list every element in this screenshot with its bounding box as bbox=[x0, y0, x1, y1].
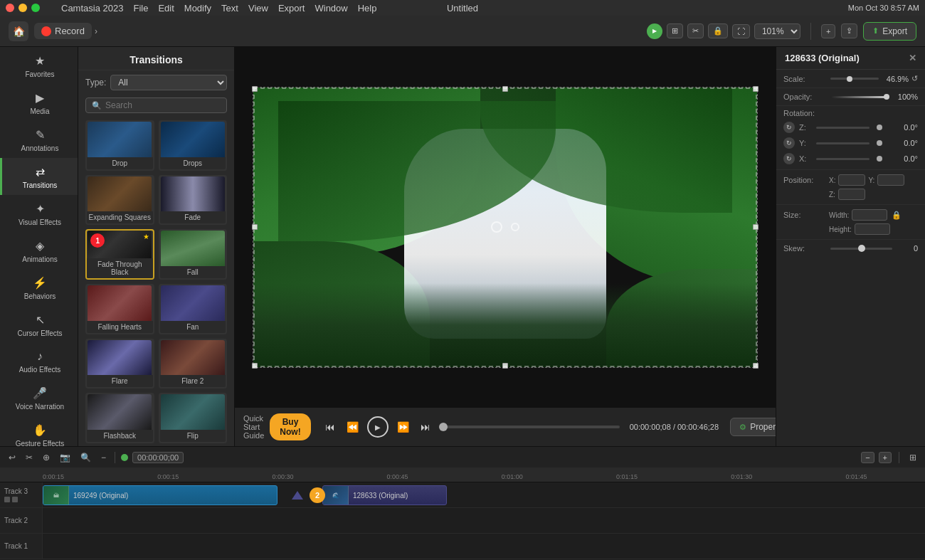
menu-view[interactable]: View bbox=[248, 3, 268, 14]
position-y-input[interactable]: 0.0 bbox=[877, 174, 904, 186]
position-control[interactable] bbox=[511, 223, 519, 231]
track-3-hide-btn[interactable] bbox=[12, 497, 18, 502]
transition-flare-2[interactable]: Flare 2 bbox=[159, 339, 228, 389]
tl-zoom-minus[interactable]: − bbox=[861, 452, 874, 463]
menu-file[interactable]: File bbox=[133, 3, 148, 14]
cut-button[interactable]: ✂ bbox=[23, 451, 36, 464]
crop-button[interactable]: ✂ bbox=[687, 23, 704, 38]
scale-reset[interactable]: ↺ bbox=[911, 74, 918, 83]
screenshot-button[interactable]: 📷 bbox=[57, 451, 73, 464]
track-3-add-btn[interactable] bbox=[4, 497, 10, 502]
transition-fade-through-black[interactable]: 1 ★ Fade Through Black bbox=[85, 229, 154, 280]
transition-flip[interactable]: Flip bbox=[159, 393, 228, 443]
lock-button[interactable]: 🔒 bbox=[708, 23, 728, 38]
scale-slider-thumb[interactable] bbox=[847, 76, 852, 82]
share-button[interactable]: ⇪ bbox=[841, 23, 857, 38]
clip-128633[interactable]: 🌊 128633 (Original) bbox=[322, 485, 447, 505]
rotation-y-slider[interactable] bbox=[816, 142, 870, 144]
sidebar-item-visual-effects[interactable]: ✦ Visual Effects bbox=[0, 195, 78, 232]
properties-button[interactable]: ⚙ Properties bbox=[730, 418, 776, 436]
add-media-button[interactable]: + bbox=[821, 24, 835, 38]
rotation-y-thumb[interactable] bbox=[877, 140, 882, 146]
quick-start-guide[interactable]: Quick Start Guide bbox=[243, 414, 264, 440]
progress-bar-container[interactable] bbox=[439, 426, 624, 428]
sidebar-item-cursor-effects[interactable]: ↖ Cursor Effects bbox=[0, 306, 78, 343]
zoom-out-button[interactable]: − bbox=[98, 451, 109, 464]
toolbar-play-button[interactable] bbox=[647, 23, 662, 39]
transition-falling-hearts[interactable]: Falling Hearts bbox=[85, 284, 154, 334]
tl-settings-button[interactable]: ⊞ bbox=[906, 451, 919, 464]
sidebar-item-audio-effects[interactable]: ♪ Audio Effects bbox=[0, 343, 78, 379]
tl-zoom-plus[interactable]: + bbox=[879, 452, 892, 463]
opacity-slider-thumb[interactable] bbox=[884, 94, 889, 100]
progress-bar[interactable] bbox=[443, 426, 620, 428]
transition-fade[interactable]: Fade bbox=[159, 175, 228, 226]
position-label: Position: bbox=[783, 176, 826, 184]
play-pause-button[interactable]: ▶ bbox=[367, 416, 388, 438]
transition-expanding-squares[interactable]: Expanding Squares bbox=[85, 175, 154, 226]
step-forward-button[interactable]: ⏭ bbox=[418, 420, 433, 434]
sidebar-item-animations[interactable]: ◈ Animations bbox=[0, 232, 78, 269]
rotation-x-slider[interactable] bbox=[816, 158, 870, 160]
fullscreen-button[interactable]: ⛶ bbox=[732, 24, 750, 38]
props-close-button[interactable]: ✕ bbox=[909, 53, 916, 63]
type-select[interactable]: All bbox=[110, 75, 227, 90]
menu-modify[interactable]: Modify bbox=[184, 3, 211, 14]
menu-edit[interactable]: Edit bbox=[158, 3, 174, 14]
transition-flashback[interactable]: Flashback bbox=[85, 393, 154, 443]
zoom-in-button[interactable]: 🔍 bbox=[78, 451, 94, 464]
step-back-button[interactable]: ⏮ bbox=[322, 420, 338, 434]
sidebar-item-behaviors[interactable]: ⚡ Behaviors bbox=[0, 269, 78, 306]
rotation-y-icon[interactable]: ↻ bbox=[783, 137, 795, 149]
sidebar-item-voice-narration[interactable]: 🎤 Voice Narration bbox=[0, 379, 78, 416]
rotation-x-icon[interactable]: ↻ bbox=[783, 153, 795, 164]
fit-to-window-button[interactable]: ⊞ bbox=[667, 23, 683, 38]
buy-now-button[interactable]: Buy Now! bbox=[270, 413, 310, 440]
record-chevron[interactable]: › bbox=[95, 26, 97, 36]
position-z-input[interactable]: 0.0 bbox=[838, 189, 865, 200]
menu-help[interactable]: Help bbox=[358, 3, 377, 14]
menu-text[interactable]: Text bbox=[221, 3, 238, 14]
record-button[interactable]: Record bbox=[34, 23, 92, 39]
search-input[interactable] bbox=[105, 100, 221, 110]
transition-fall[interactable]: Fall bbox=[159, 229, 228, 280]
sidebar-item-transitions[interactable]: ⇄ Transitions bbox=[0, 158, 78, 195]
menu-window[interactable]: Window bbox=[314, 3, 347, 14]
rotate-control[interactable] bbox=[491, 221, 502, 233]
skew-slider[interactable] bbox=[830, 248, 892, 250]
transition-drop[interactable]: Drop bbox=[85, 120, 154, 171]
export-button[interactable]: ⬆ Export bbox=[863, 22, 916, 41]
undo-button[interactable]: ↩ bbox=[6, 451, 18, 464]
opacity-slider[interactable] bbox=[830, 96, 888, 98]
home-button[interactable]: 🏠 bbox=[9, 21, 28, 41]
sidebar-item-gesture-effects[interactable]: ✋ Gesture Effects bbox=[0, 416, 78, 446]
frame-back-button[interactable]: ⏪ bbox=[344, 420, 361, 434]
transition-drops[interactable]: Drops bbox=[159, 120, 228, 171]
clip-169249[interactable]: 🏔 169249 (Original) bbox=[43, 485, 278, 505]
rotation-x-thumb[interactable] bbox=[877, 156, 882, 162]
transition-flare[interactable]: Flare bbox=[85, 339, 154, 389]
sidebar-item-media[interactable]: ▶ Media bbox=[0, 84, 78, 121]
maximize-button[interactable] bbox=[31, 4, 40, 12]
rotation-z-icon[interactable]: ↻ bbox=[783, 122, 795, 133]
size-lock-icon[interactable]: 🔒 bbox=[892, 211, 902, 220]
position-x-input[interactable]: 0.0 bbox=[838, 174, 865, 186]
scale-slider[interactable] bbox=[830, 78, 879, 80]
copy-button[interactable]: ⊕ bbox=[40, 451, 53, 464]
zoom-select[interactable]: 101% bbox=[754, 23, 800, 39]
sidebar-item-annotations[interactable]: ✎ Annotations bbox=[0, 121, 78, 158]
frame-forward-button[interactable]: ⏩ bbox=[394, 420, 412, 434]
app-name[interactable]: Camtasia 2023 bbox=[61, 3, 123, 14]
transition-fan[interactable]: Fan bbox=[159, 284, 228, 334]
window-controls[interactable] bbox=[6, 4, 40, 12]
size-width-input[interactable]: 1800.9 bbox=[852, 209, 887, 221]
minimize-button[interactable] bbox=[18, 4, 27, 12]
rotation-z-thumb[interactable] bbox=[877, 125, 882, 130]
menu-export[interactable]: Export bbox=[278, 3, 305, 14]
progress-thumb[interactable] bbox=[439, 423, 448, 431]
size-height-input[interactable]: 1013.0 bbox=[855, 223, 890, 235]
skew-thumb[interactable] bbox=[858, 245, 865, 252]
sidebar-item-favorites[interactable]: ★ Favorites bbox=[0, 47, 78, 84]
close-button[interactable] bbox=[6, 4, 14, 12]
rotation-z-slider[interactable] bbox=[816, 127, 870, 129]
